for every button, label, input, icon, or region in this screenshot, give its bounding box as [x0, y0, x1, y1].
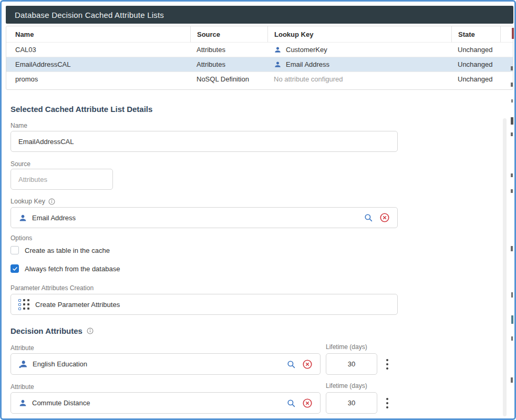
table-header-row: Name Source Lookup Key State	[6, 26, 513, 42]
checkbox-always-fetch[interactable]: Always fetch from the database	[11, 264, 120, 273]
row-state: Unchanged	[451, 43, 500, 57]
options-label: Options	[11, 234, 32, 242]
row-state: Unchanged	[451, 57, 500, 71]
table-row-selected[interactable]: EmailAddressCAL Attributes Email Address…	[6, 57, 513, 71]
row-lookup-key: No attribute configured	[267, 72, 451, 86]
create-parameter-attributes-button[interactable]: Create Parameter Attributes	[11, 294, 398, 315]
decision-attributes-heading: Decision Attributes	[11, 326, 94, 335]
row-state: Unchanged	[451, 72, 500, 86]
column-header-state: State	[451, 26, 500, 42]
row-name: EmailAddressCAL	[6, 57, 190, 71]
lookup-key-input[interactable]: Email Address	[11, 207, 398, 228]
column-header-lookup-key: Lookup Key	[267, 26, 451, 42]
table-row[interactable]: CAL03 Attributes CustomerKey Unchanged	[6, 42, 513, 57]
lifetime-field-label: Lifetime (days)	[326, 343, 367, 351]
remove-circle-icon[interactable]	[379, 212, 390, 223]
search-icon[interactable]	[364, 213, 373, 222]
attribute-input[interactable]: Commute Distance	[11, 392, 321, 414]
lifetime-input[interactable]: 30	[326, 392, 377, 414]
details-section-heading: Selected Cached Attribute List Details	[11, 105, 152, 114]
row-source: Attributes	[190, 57, 267, 71]
person-with-arrow-icon	[18, 359, 28, 369]
person-icon	[18, 398, 27, 407]
name-field-label: Name	[11, 122, 27, 129]
checkbox-unchecked-icon[interactable]	[11, 246, 19, 254]
row-source: Attributes	[190, 43, 267, 57]
row-lookup-key: Email Address	[267, 57, 451, 71]
lookup-key-field-label: Lookup Key	[11, 198, 55, 205]
lifetime-input[interactable]: 30	[326, 353, 377, 375]
person-icon	[274, 60, 282, 68]
kebab-menu-icon[interactable]	[384, 357, 391, 372]
checkbox-create-as-table[interactable]: Create as table in the cache	[11, 246, 110, 254]
checkbox-checked-icon[interactable]	[11, 264, 19, 273]
parameter-attributes-label: Parameter Attributes Creation	[11, 284, 94, 292]
search-icon[interactable]	[286, 398, 296, 408]
remove-circle-icon[interactable]	[302, 398, 313, 408]
lifetime-field-label: Lifetime (days)	[326, 382, 367, 390]
attribute-input[interactable]: English Education	[11, 353, 321, 375]
row-name: CAL03	[6, 43, 190, 57]
column-header-name: Name	[6, 26, 190, 42]
source-input[interactable]: Attributes	[11, 169, 113, 190]
row-lookup-key: CustomerKey	[267, 43, 451, 57]
table-row[interactable]: promos NoSQL Definition No attribute con…	[6, 71, 513, 86]
panel-titlebar: Database Decision Cached Attribute Lists	[6, 6, 513, 24]
source-field-label: Source	[11, 160, 30, 168]
person-icon	[18, 213, 27, 222]
cached-attribute-lists-table: Name Source Lookup Key State CAL03 Attri…	[6, 26, 513, 90]
kebab-menu-icon[interactable]	[384, 396, 391, 411]
row-source: NoSQL Definition	[190, 72, 267, 86]
attribute-field-label: Attribute	[11, 344, 34, 352]
row-name: promos	[6, 72, 190, 86]
app-window: Database Decision Cached Attribute Lists…	[0, 0, 516, 420]
panel-title: Database Decision Cached Attribute Lists	[15, 11, 164, 19]
clipped-content-strip	[509, 2, 514, 418]
person-icon	[274, 46, 282, 54]
attribute-field-label: Attribute	[11, 383, 34, 391]
parameter-grid-icon	[18, 299, 29, 310]
scrollbar-track[interactable]	[503, 118, 507, 416]
remove-circle-icon[interactable]	[302, 359, 313, 370]
info-icon[interactable]	[48, 198, 55, 205]
column-header-source: Source	[190, 26, 267, 42]
search-icon[interactable]	[286, 360, 296, 369]
name-input[interactable]: EmailAddressCAL	[11, 131, 398, 152]
info-icon[interactable]	[87, 327, 94, 334]
